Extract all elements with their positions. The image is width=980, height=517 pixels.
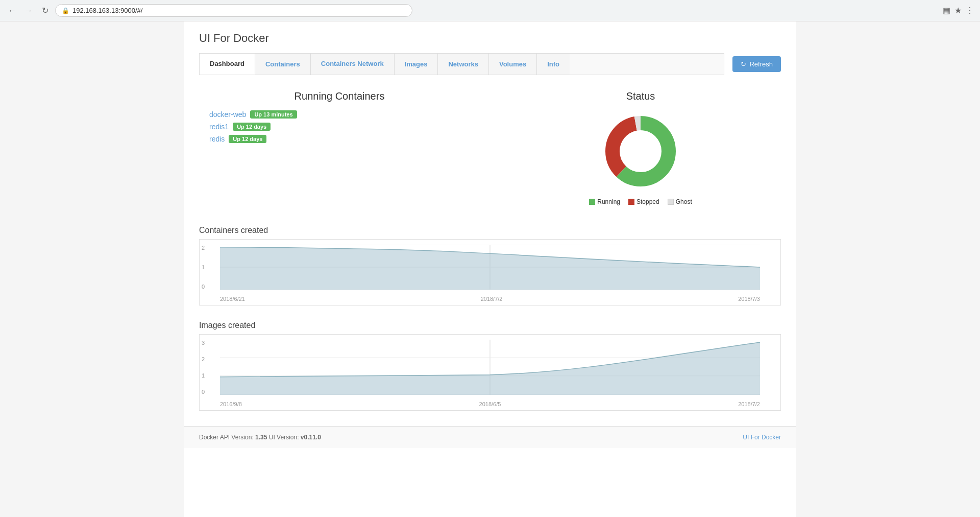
container-badge-docker-web: Up 13 minutes — [250, 110, 297, 119]
status-panel: Status Running — [500, 90, 781, 205]
menu-icon[interactable]: ⋮ — [966, 6, 974, 15]
tab-containers[interactable]: Containers — [255, 54, 311, 75]
containers-chart-area: 2 1 0 2018/6/21 2018/7/2 2018/7/3 — [199, 239, 781, 306]
running-containers-panel: Running Containers docker-web Up 13 minu… — [199, 90, 480, 205]
main-content: Running Containers docker-web Up 13 minu… — [199, 90, 781, 205]
donut-center — [620, 131, 661, 172]
images-chart-title: Images created — [199, 321, 781, 330]
containers-x-axis: 2018/6/21 2018/7/2 2018/7/3 — [220, 296, 760, 302]
legend-label-ghost: Ghost — [676, 198, 692, 205]
forward-button[interactable]: → — [22, 5, 35, 17]
refresh-icon: ↻ — [741, 60, 746, 68]
legend-dot-ghost — [668, 199, 674, 205]
bookmark-icon[interactable]: ★ — [954, 6, 962, 15]
images-chart-svg — [220, 340, 760, 395]
legend-stopped: Stopped — [628, 198, 659, 205]
tab-images[interactable]: Images — [395, 54, 438, 75]
refresh-label: Refresh — [749, 60, 773, 68]
container-list: docker-web Up 13 minutes redis1 Up 12 da… — [199, 110, 480, 143]
donut-wrapper: Running Stopped Ghost — [500, 110, 781, 205]
legend-label-running: Running — [597, 198, 620, 205]
back-button[interactable]: ← — [6, 5, 18, 17]
browser-chrome: ← → ↻ 🔒 192.168.163.13:9000/#/ ▦ ★ ⋮ — [0, 0, 980, 21]
nav-bar: Dashboard Containers Containers Network … — [199, 53, 724, 75]
images-chart-area: 3 2 1 0 2016/9/8 2018/6/5 2018/7/2 — [199, 334, 781, 411]
address-bar[interactable]: 🔒 192.168.163.13:9000/#/ — [55, 4, 412, 17]
tab-dashboard[interactable]: Dashboard — [200, 54, 255, 75]
tab-networks[interactable]: Networks — [438, 54, 489, 75]
legend-dot-stopped — [628, 199, 634, 205]
images-x-axis: 2016/9/8 2018/6/5 2018/7/2 — [220, 401, 760, 407]
app-title: UI For Docker — [199, 32, 781, 45]
legend-dot-running — [589, 199, 595, 205]
tab-containers-network[interactable]: Containers Network — [311, 54, 395, 75]
containers-y-axis: 2 1 0 — [202, 245, 205, 290]
legend-label-stopped: Stopped — [636, 198, 659, 205]
footer-api-version: 1.35 — [255, 434, 267, 441]
donut-chart — [600, 110, 681, 192]
running-containers-title: Running Containers — [199, 90, 480, 102]
images-y-axis: 3 2 1 0 — [202, 340, 205, 395]
cast-icon[interactable]: ▦ — [943, 6, 950, 15]
refresh-button[interactable]: ↻ Refresh — [732, 56, 781, 72]
nav-tabs: Dashboard Containers Containers Network … — [199, 53, 724, 75]
status-title: Status — [500, 90, 781, 102]
container-link-docker-web[interactable]: docker-web — [209, 110, 246, 119]
container-badge-redis1: Up 12 days — [233, 123, 271, 131]
list-item: docker-web Up 13 minutes — [209, 110, 480, 119]
footer-ui-label: UI Version: — [269, 434, 299, 441]
containers-chart-title: Containers created — [199, 226, 781, 235]
tab-volumes[interactable]: Volumes — [489, 54, 537, 75]
container-link-redis[interactable]: redis — [209, 135, 225, 143]
footer-api-label: Docker API Version: — [199, 434, 254, 441]
donut-legend: Running Stopped Ghost — [589, 198, 692, 205]
tab-info[interactable]: Info — [537, 54, 570, 75]
container-link-redis1[interactable]: redis1 — [209, 123, 229, 131]
footer-ui-version: v0.11.0 — [301, 434, 321, 441]
page-footer: Docker API Version: 1.35 UI Version: v0.… — [184, 426, 796, 448]
containers-chart-svg — [220, 245, 760, 290]
browser-icons: ▦ ★ ⋮ — [943, 6, 974, 15]
footer-api-info: Docker API Version: 1.35 UI Version: v0.… — [199, 434, 321, 441]
container-badge-redis: Up 12 days — [229, 135, 266, 143]
legend-ghost: Ghost — [668, 198, 692, 205]
legend-running: Running — [589, 198, 620, 205]
footer-brand: UI For Docker — [743, 434, 781, 441]
list-item: redis1 Up 12 days — [209, 123, 480, 131]
page-wrapper: UI For Docker Dashboard Containers Conta… — [184, 21, 796, 517]
nav-header: Dashboard Containers Containers Network … — [199, 53, 781, 75]
list-item: redis Up 12 days — [209, 135, 480, 143]
address-url: 192.168.163.13:9000/#/ — [72, 7, 142, 14]
charts-section: Containers created 2 1 0 2018/6/21 2018 — [199, 226, 781, 411]
reload-button[interactable]: ↻ — [39, 5, 51, 17]
